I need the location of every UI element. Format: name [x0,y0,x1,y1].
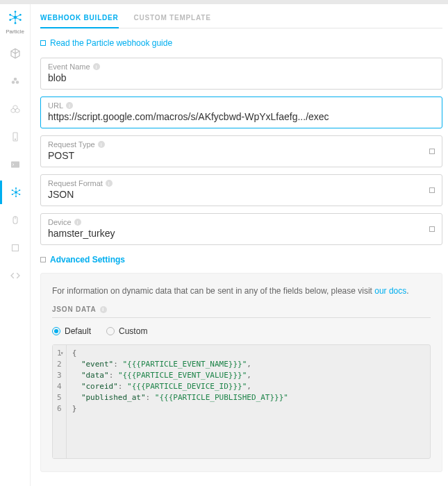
sidebar-item-phone[interactable] [0,125,31,149]
code-gutter: 1▾23456 [53,345,67,458]
info-icon[interactable]: i [66,102,73,109]
logo-label: Particle [6,28,24,35]
request-format-label: Request Format [48,179,103,187]
device-field[interactable]: Device i hamster_turkey [40,213,442,245]
logo-block: Particle [6,10,24,35]
tab-custom-template[interactable]: CUSTOM TEMPLATE [134,14,211,28]
guide-link[interactable]: Read the Particle webhook guide [40,38,442,48]
event-name-label: Event Name [48,62,90,71]
request-format-field[interactable]: Request Format i JSON [40,174,442,206]
docs-link[interactable]: our docs [374,286,406,296]
dropdown-icon [429,226,435,232]
dropdown-icon [429,149,435,154]
url-field[interactable]: URL i [40,97,442,128]
svg-point-20 [15,139,15,140]
request-type-value: POST [48,150,435,161]
sidebar-item-hex[interactable] [0,97,31,121]
tabs: WEBHOOK BUILDER CUSTOM TEMPLATE [40,14,442,28]
radio-icon [52,327,60,335]
sidebar: Particle [0,4,31,486]
sidebar-item-mouse[interactable] [0,208,31,232]
svg-point-15 [13,78,17,81]
request-format-value: JSON [48,189,435,200]
radio-icon [106,327,115,335]
collapse-icon [40,257,46,262]
sidebar-item-cube[interactable] [0,42,31,65]
sidebar-item-integrations[interactable] [0,181,31,204]
json-code-editor[interactable]: 1▾23456 { "event": "{{{PARTICLE_EVENT_NA… [52,344,431,459]
code-content[interactable]: { "event": "{{{PARTICLE_EVENT_NAME}}}", … [67,345,430,458]
sidebar-item-cubes[interactable] [0,69,31,93]
url-input[interactable] [48,111,435,122]
json-mode-radio-group: Default Custom [52,326,431,336]
sidebar-item-square[interactable] [0,236,31,260]
svg-rect-21 [11,162,19,168]
event-name-input[interactable] [48,72,435,83]
url-label: URL [48,101,63,110]
sidebar-item-terminal[interactable] [0,153,31,176]
advanced-label: Advanced Settings [50,255,125,265]
tab-webhook-builder[interactable]: WEBHOOK BUILDER [40,14,119,28]
guide-link-label: Read the Particle webhook guide [50,38,172,48]
svg-point-13 [11,81,15,84]
advanced-settings-toggle[interactable]: Advanced Settings [40,255,442,265]
info-icon[interactable]: i [93,63,100,70]
app-root: Particle [0,0,448,486]
advanced-info-text: For information on dynamic data that can… [52,286,431,296]
info-icon[interactable]: i [98,141,105,148]
event-name-field[interactable]: Event Name i [40,58,442,90]
radio-default[interactable]: Default [52,326,91,336]
request-type-label: Request Type [48,140,95,149]
particle-logo-icon [6,10,24,27]
svg-point-14 [15,81,19,84]
device-label: Device [48,218,72,226]
book-icon [40,40,46,46]
svg-marker-18 [15,108,19,112]
svg-marker-17 [11,108,15,112]
dropdown-icon [429,187,435,193]
main-content: WEBHOOK BUILDER CUSTOM TEMPLATE Read the… [31,4,448,486]
svg-rect-37 [12,245,18,251]
request-type-field[interactable]: Request Type i POST [40,135,442,167]
info-icon[interactable]: i [106,180,113,187]
sidebar-item-code[interactable] [0,264,31,287]
radio-custom[interactable]: Custom [106,326,147,336]
advanced-panel: For information on dynamic data that can… [40,273,442,472]
device-value: hamster_turkey [48,228,435,239]
info-icon[interactable]: i [100,306,107,313]
info-icon[interactable]: i [74,219,81,226]
json-data-section-title: JSON DATA i [52,305,431,318]
